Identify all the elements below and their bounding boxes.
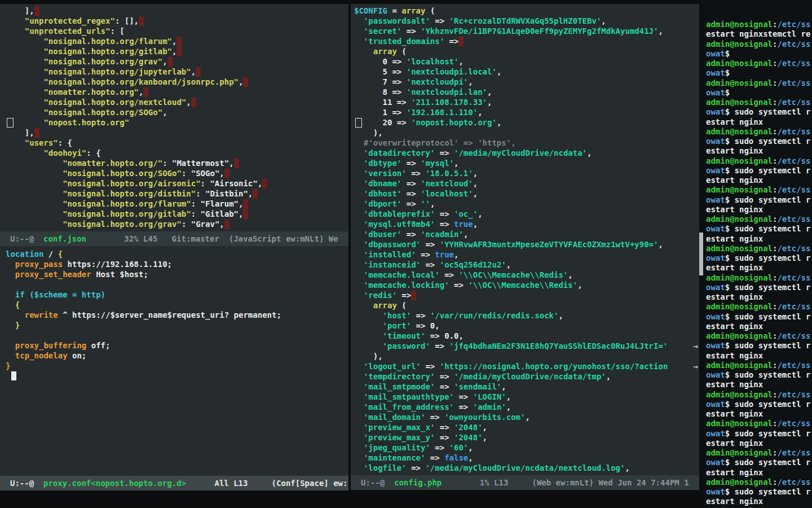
scrollbar-thumb[interactable] — [699, 233, 703, 275]
code-line: ], — [6, 6, 348, 16]
code-line: 5 => 'nextcloudpi.local', — [354, 67, 699, 77]
trailing-whitespace-marker — [224, 220, 230, 229]
trailing-whitespace-marker — [196, 67, 201, 77]
terminal-line: owat$ sudo systemctl r — [706, 253, 812, 263]
code-line: "nosignal.hopto.org/grav": "Grav", — [6, 219, 348, 229]
code-segment: $ sudo systemctl r — [725, 312, 811, 321]
code-segment: : [ — [110, 27, 124, 36]
php-buffer[interactable]: $CONFIG = array ( 'passwordsalt' => 'Rc+… — [351, 4, 699, 475]
code-segment: '' — [421, 199, 430, 208]
code-segment: proxy_set_header — [6, 270, 91, 279]
code-segment: ), — [354, 352, 383, 361]
code-segment: $ sudo systemctl r — [725, 137, 811, 146]
code-line: "nomatter.hopto.org/": "Mattermost", — [6, 158, 348, 168]
code-segment: , — [454, 159, 458, 168]
code-line: tcp_nodelay on; — [6, 351, 348, 361]
code-line — [6, 371, 348, 381]
code-segment: estart nginx — [706, 205, 763, 214]
terminal-pane[interactable]: admin@nosignal:/etc/ssestart nginxstemct… — [704, 0, 812, 508]
code-segment: , — [625, 463, 629, 472]
code-segment: admin@nosignal — [706, 59, 773, 68]
code-segment: "nosignal.hopto.org/jupyterlab" — [6, 67, 191, 76]
code-segment: estart nginx — [706, 497, 763, 506]
terminal-line: estart nginx — [706, 351, 812, 361]
code-segment: $ — [725, 88, 730, 97]
code-segment: "nosignal.hopto.org/gitlab" — [6, 209, 191, 218]
json-buffer[interactable]: ], "unprotected_regex": [], "unprotected… — [0, 4, 348, 231]
code-segment: estart nginxstemctl re — [706, 29, 810, 38]
code-segment: estart nginx — [706, 263, 763, 272]
code-segment: 'YYHRvwAFR3muntxMpeseZeVTYVFAEcOZXmz1wtV… — [440, 240, 659, 249]
code-line: 'secret' => 'YkhznvFDe/i1BP7G1ALqeD0eFf9… — [354, 26, 699, 36]
code-segment: $ sudo systemctl r — [725, 253, 811, 262]
code-line: rewrite ^ https://$server_name$request_u… — [6, 310, 348, 320]
code-line: "unprotected_urls": [ — [6, 26, 348, 36]
code-line: 'mail_domain' => 'ownyourbits.com', — [354, 412, 699, 422]
code-segment: : { — [58, 138, 72, 147]
modeline-config-php: U:--@ config.php 1% L13 (Web ew:mnLt) We… — [351, 475, 699, 490]
code-segment: '192.168.1.110' — [407, 108, 478, 117]
code-segment: 'dbtableprefix' — [354, 209, 435, 218]
modeline-status: U:--@ — [10, 234, 43, 243]
code-segment: => — [421, 362, 440, 371]
code-segment: => — [425, 453, 444, 462]
code-segment: admin@nosignal — [706, 156, 773, 165]
code-segment: 'ownyourbits.com' — [444, 413, 525, 422]
code-line: 7 => 'nextcloudpi', — [354, 77, 699, 87]
code-segment: ], — [6, 6, 34, 15]
code-segment: , — [497, 67, 501, 76]
terminal-line: admin@nosignal:/etc/ss — [706, 331, 812, 341]
code-segment: , — [468, 453, 473, 462]
code-segment: => — [407, 169, 426, 178]
nginx-buffer[interactable]: location / { proxy_pass https://192.168.… — [0, 246, 348, 476]
code-segment: off; — [86, 341, 110, 350]
code-segment: /etc/ss — [777, 185, 810, 194]
code-segment: 'trusted_domains' — [354, 37, 444, 46]
code-segment: 'dbtype' — [354, 159, 401, 168]
code-line: 'passwordsalt' => 'Rc+crozalDTdRWVXaGq55… — [354, 16, 699, 26]
code-segment: admin@nosignal — [706, 419, 773, 428]
terminal-line: admin@nosignal:/etc/ss — [706, 78, 812, 88]
code-segment: array — [373, 301, 397, 310]
terminal-line: estart nginx — [706, 439, 812, 448]
code-line: "nomatter.hopto.org", — [6, 87, 348, 97]
code-line: 'mysql.utf8mb4' => true, — [354, 219, 699, 229]
code-line: "nosignal.hopto.org/gitlab", — [6, 46, 348, 56]
code-segment: admin@nosignal — [706, 78, 773, 87]
code-segment: /etc/ss — [777, 361, 810, 370]
code-segment: 'logfile' — [354, 463, 407, 472]
code-segment: : "Distbin", — [196, 189, 253, 198]
code-segment: 'mysql' — [421, 159, 454, 168]
code-line: 'host' => '/var/run/redis/redis.sock', — [354, 310, 699, 321]
code-segment: estart nginx — [706, 146, 763, 155]
code-line: "nosignal.hopto.org/gitlab": "Gitlab", — [6, 209, 348, 219]
modeline-filename: config.php — [394, 478, 442, 487]
code-segment: 'installed' — [354, 250, 416, 259]
code-segment: "nomatter.hopto.org/" — [6, 159, 162, 168]
modeline-filename: conf.json — [43, 234, 86, 243]
code-segment: Host $host; — [91, 270, 148, 279]
code-line: 'version' => '18.0.5.1', — [354, 168, 699, 178]
code-segment: 'timeout' — [354, 331, 425, 340]
code-line: "nosignal.hopto.org/kanboard/jsonrpc.php… — [6, 77, 348, 87]
code-segment: '18.0.5.1' — [425, 169, 473, 178]
code-segment: 20 => — [354, 118, 411, 127]
terminal-line: admin@nosignal:/etc/ss — [706, 98, 812, 107]
code-segment: 'mail_domain' — [354, 413, 425, 422]
code-segment: '\\OC\\Memcache\\Redis' — [468, 281, 577, 290]
code-segment: $ sudo systemctl r — [725, 370, 811, 379]
terminal-line: owat$ — [706, 88, 812, 98]
code-segment: estart nginx — [706, 117, 763, 126]
code-segment: $ sudo systemctl r — [725, 341, 811, 350]
code-segment: , — [568, 270, 572, 279]
code-segment: estart nginx — [706, 409, 763, 418]
code-segment: => — [435, 423, 454, 432]
code-segment: => — [416, 250, 435, 259]
code-line: } — [6, 361, 348, 371]
code-line — [6, 279, 348, 290]
left-editor-frame: ], "unprotected_regex": [], "unprotected… — [0, 4, 348, 491]
code-segment: '/var/run/redis/redis.sock' — [430, 311, 559, 320]
code-line: "nosignal.hopto.org/airsonic": "Airsonic… — [6, 178, 348, 189]
code-line: 'logfile' => '/media/myCloudDrive/ncdata… — [354, 463, 699, 473]
code-segment: : "Flarum", — [191, 199, 244, 208]
